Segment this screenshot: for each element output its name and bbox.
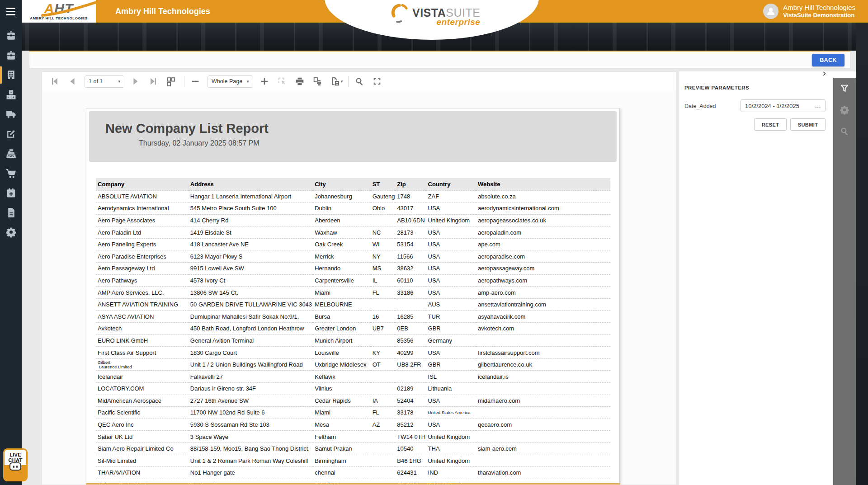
table-cell: UB7 xyxy=(371,323,396,335)
menu-button[interactable] xyxy=(0,0,22,23)
panel-tool-filter[interactable] xyxy=(833,78,856,99)
table-cell: UB8 2FR xyxy=(395,358,426,371)
next-page-icon xyxy=(131,76,141,86)
table-cell: Bursa xyxy=(313,311,370,323)
table-cell: United Kingdom xyxy=(426,214,476,226)
fullscreen-button[interactable] xyxy=(372,75,383,87)
sidebar-item-toolbox[interactable] xyxy=(0,26,22,46)
sidebar-item-edit[interactable] xyxy=(0,124,22,144)
table-row: AMP Aero Services, LLC.13806 SW 145 Ct.M… xyxy=(96,287,610,299)
sidebar-item-settings[interactable] xyxy=(0,222,22,242)
table-row: Aero Page Associates414 Cherry RdAberdee… xyxy=(96,214,610,226)
table-cell: 53154 xyxy=(395,238,426,250)
table-cell xyxy=(371,298,396,311)
panel-tool-search[interactable] xyxy=(833,120,856,141)
user-menu[interactable]: Ambry Hill Technologies VistaSuite Demon… xyxy=(763,0,855,23)
table-cell: 85212 xyxy=(395,419,426,431)
table-cell: Dublin xyxy=(313,202,370,215)
multi-page-button[interactable] xyxy=(165,75,177,87)
sidebar-item-building[interactable] xyxy=(0,65,22,85)
table-cell: AUS xyxy=(426,298,476,311)
date-range-value: 10/2/2024 - 1/2/2025 xyxy=(745,103,799,109)
table-cell: asyahavacilik.com xyxy=(476,311,610,323)
table-cell: Hernando xyxy=(313,263,370,275)
sidebar-item-calendar[interactable] xyxy=(0,183,22,203)
print-button[interactable] xyxy=(294,75,306,87)
table-cell: Birmingham xyxy=(313,455,370,467)
table-cell: MS xyxy=(371,263,396,275)
table-cell: siam-aero.com xyxy=(476,443,610,455)
table-cell: LOCATORY.COM xyxy=(96,383,189,395)
table-cell: Avkotech xyxy=(96,323,189,335)
table-cell: Aberdeen xyxy=(313,214,370,226)
export-button[interactable]: ▾ xyxy=(330,75,341,87)
sidebar-item-cart[interactable] xyxy=(0,164,22,184)
table-cell: chennai xyxy=(313,467,370,479)
chevron-down-icon: ▾ xyxy=(341,79,343,84)
zoom-select[interactable]: Whole Page▾ xyxy=(208,75,253,88)
table-cell: Waxhaw xyxy=(313,226,370,239)
table-cell xyxy=(476,334,610,347)
sidebar-item-document[interactable] xyxy=(0,203,22,223)
first-page-button[interactable] xyxy=(49,75,61,87)
zoom-in-button[interactable] xyxy=(259,75,271,87)
collapse-panel-button[interactable] xyxy=(821,71,830,79)
table-cell: 11566 xyxy=(395,250,426,263)
table-cell: aerodynamicsinternational.com xyxy=(476,202,610,215)
table-cell: Pacific Scientific xyxy=(96,407,189,419)
table-cell: United Kingdom xyxy=(426,455,476,467)
table-cell: Aero Page Associates xyxy=(96,214,189,226)
table-cell xyxy=(371,334,396,347)
cart-icon xyxy=(5,168,17,179)
table-cell: 38632 xyxy=(395,263,426,275)
table-cell: 02189 xyxy=(395,383,426,395)
next-page-button[interactable] xyxy=(130,75,142,87)
sidebar-item-dice[interactable] xyxy=(0,85,22,105)
sidebar-item-register[interactable] xyxy=(0,144,22,164)
date-picker-ellipsis[interactable]: ... xyxy=(815,103,821,109)
table-cell: Aero Paneling Experts xyxy=(96,238,189,250)
last-page-icon xyxy=(148,76,158,86)
table-cell: USA xyxy=(426,287,476,299)
company-logo[interactable]: AHT AMBRY HILL TECHNOLOGIES xyxy=(22,0,96,23)
table-cell: THA xyxy=(426,443,476,455)
submit-button[interactable]: SUBMIT xyxy=(790,118,826,131)
table-cell: absolute.co.za xyxy=(476,190,610,202)
sidebar-item-truck[interactable] xyxy=(0,104,22,124)
column-header: Country xyxy=(426,178,476,190)
table-row: Sil-Mid LimitedUnit 1 & 2 Roman Park Rom… xyxy=(96,455,610,467)
pointer-select-button[interactable] xyxy=(277,75,288,87)
date-range-input[interactable]: 10/2/2024 - 1/2/2025 ... xyxy=(741,99,826,112)
live-chat-widget[interactable]: LIVECHAT xyxy=(3,448,28,481)
panel-tool-gear[interactable] xyxy=(833,99,856,120)
table-cell: 1748 xyxy=(395,190,426,202)
reset-button[interactable]: RESET xyxy=(754,118,787,131)
zoom-out-button[interactable] xyxy=(190,75,202,87)
page-select[interactable]: 1 of 1▾ xyxy=(85,75,124,88)
chevron-right-icon xyxy=(821,71,828,78)
last-page-button[interactable] xyxy=(148,75,160,87)
search-button[interactable] xyxy=(354,75,366,87)
table-cell: ISL xyxy=(426,371,476,383)
table-row: Aero Paladin Ltd1419 Elsdale StWaxhawNC2… xyxy=(96,226,610,239)
chevron-down-icon: ▾ xyxy=(118,79,120,84)
table-cell xyxy=(476,383,610,395)
table-cell: FL xyxy=(371,287,396,299)
print-page-button[interactable] xyxy=(312,75,324,87)
table-cell: Falkavelli 27 xyxy=(189,371,313,383)
table-cell xyxy=(371,383,396,395)
column-header: Zip xyxy=(395,178,426,190)
table-cell: 40299 xyxy=(395,347,426,359)
toolbar-separator xyxy=(184,76,184,87)
table-cell: AMP Aero Services, LLC. xyxy=(96,287,189,299)
prev-page-button[interactable] xyxy=(67,75,79,87)
back-button[interactable]: BACK xyxy=(812,54,844,66)
table-cell: USA xyxy=(426,395,476,407)
sidebar-item-toolbox-2[interactable] xyxy=(0,46,22,66)
table-cell: Keflavik xyxy=(313,371,370,383)
table-cell: 11700 NW 102nd Rd Suite 6 xyxy=(189,407,313,419)
table-cell: WI xyxy=(371,238,396,250)
table-cell xyxy=(395,371,426,383)
first-page-icon xyxy=(50,76,60,86)
export-icon xyxy=(330,76,340,86)
